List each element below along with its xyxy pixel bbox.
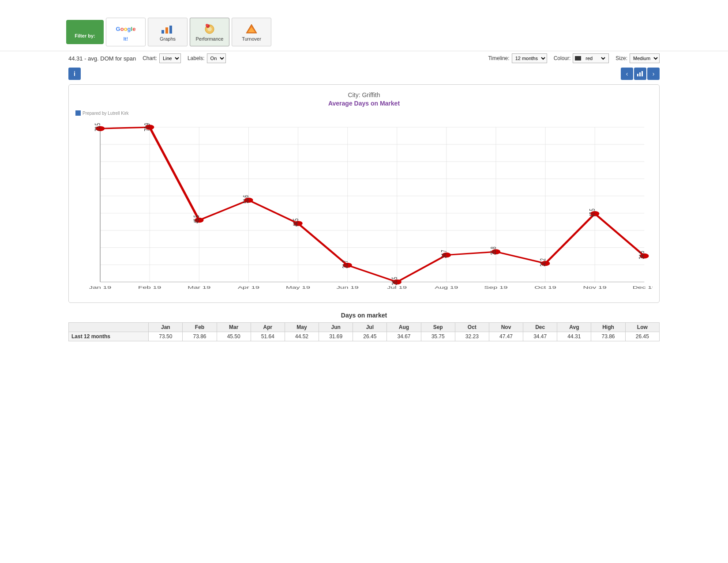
svg-rect-1	[165, 27, 168, 34]
chart-title: City: Griffith	[75, 91, 653, 98]
col-header-oct: Oct	[455, 323, 489, 332]
svg-rect-0	[161, 30, 164, 34]
timeline-controls: Timeline: 12 months 6 months 24 months C…	[488, 53, 660, 63]
chart-line	[100, 127, 644, 282]
table-title: Days on market	[68, 312, 660, 319]
svg-rect-10	[637, 74, 638, 76]
cell-jul: 26.45	[353, 332, 387, 341]
data-table: Jan Feb Mar Apr May Jun Jul Aug Sep Oct …	[68, 322, 660, 341]
table-header-row: Jan Feb Mar Apr May Jun Jul Aug Sep Oct …	[69, 323, 660, 332]
colour-label: Colour:	[554, 55, 571, 61]
toolbar: Filter by: Google It! Graphs	[0, 13, 728, 51]
col-header-may: May	[285, 323, 319, 332]
cell-low: 26.45	[625, 332, 659, 341]
cell-nov: 47.47	[489, 332, 523, 341]
cell-mar: 45.50	[217, 332, 251, 341]
performance-button[interactable]: Performance	[190, 18, 229, 46]
svg-text:73.5: 73.5	[94, 123, 101, 131]
controls-row: 44.31 - avg. DOM for span Chart: Line Ba…	[0, 51, 728, 65]
turnover-icon	[244, 23, 259, 35]
cell-oct: 32.23	[455, 332, 489, 341]
colour-group: Colour: red blue green	[554, 53, 609, 63]
line-chart-svg: 73.5 73.9 45.5 51.6 44.5 31.7 26.5 34.7 …	[75, 118, 653, 295]
cell-jun: 31.69	[319, 332, 353, 341]
col-header-jun: Jun	[319, 323, 353, 332]
nav-buttons: ‹ ›	[621, 68, 660, 80]
cell-apr: 51.64	[251, 332, 285, 341]
labels-select[interactable]: On Off	[207, 53, 226, 63]
graphs-icon	[160, 23, 176, 35]
svg-text:Oct 19: Oct 19	[534, 285, 556, 290]
chart-select[interactable]: Line Bar	[159, 53, 181, 63]
col-header-high: High	[591, 323, 625, 332]
svg-text:Nov 19: Nov 19	[583, 285, 607, 290]
cell-dec: 34.47	[523, 332, 557, 341]
svg-text:Mar 19: Mar 19	[188, 285, 210, 290]
turnover-button[interactable]: Turnover	[232, 18, 271, 46]
cell-jan: 73.50	[149, 332, 183, 341]
colour-select[interactable]: red blue green	[582, 54, 607, 63]
labels-control: Labels: On Off	[188, 53, 226, 63]
size-group: Size: Medium Small Large	[615, 53, 660, 63]
filter-label: Filter by:	[75, 33, 95, 38]
svg-text:32.2: 32.2	[539, 258, 547, 266]
labels-label: Labels:	[188, 55, 205, 61]
cell-may: 44.52	[285, 332, 319, 341]
chart-control: Chart: Line Bar	[143, 53, 181, 63]
svg-text:31.7: 31.7	[341, 260, 349, 268]
turnover-label: Turnover	[242, 36, 261, 42]
svg-text:Feb 19: Feb 19	[138, 285, 161, 290]
svg-rect-11	[639, 72, 641, 76]
filter-button[interactable]: Filter by:	[66, 20, 104, 44]
cell-feb: 73.86	[183, 332, 217, 341]
svg-text:44.5: 44.5	[292, 219, 300, 227]
svg-text:May 19: May 19	[286, 285, 310, 290]
svg-text:34.7: 34.7	[440, 250, 448, 258]
svg-text:26.5: 26.5	[390, 277, 398, 285]
timeline-label: Timeline:	[488, 55, 509, 61]
performance-label: Performance	[196, 36, 224, 42]
google-it-label: It!	[124, 36, 128, 42]
graphs-label: Graphs	[160, 36, 176, 42]
col-header-jul: Jul	[353, 323, 387, 332]
svg-text:34.5: 34.5	[638, 251, 646, 259]
chart-subtitle: Average Days on Market	[75, 100, 653, 107]
col-header-dec: Dec	[523, 323, 557, 332]
svg-text:Jun 19: Jun 19	[336, 285, 358, 290]
svg-text:35.8: 35.8	[489, 247, 497, 255]
svg-rect-12	[642, 71, 643, 76]
timeline-group: Timeline: 12 months 6 months 24 months	[488, 53, 547, 63]
info-button[interactable]: i	[68, 68, 81, 80]
svg-text:Jul 19: Jul 19	[387, 285, 407, 290]
svg-text:51.6: 51.6	[242, 195, 250, 203]
graphs-button[interactable]: Graphs	[148, 18, 188, 46]
svg-rect-2	[169, 26, 172, 34]
table-row: Last 12 months 73.50 73.86 45.50 51.64 4…	[69, 332, 660, 341]
cell-aug: 34.67	[387, 332, 421, 341]
google-icon: Google	[118, 23, 134, 35]
chart-view-button[interactable]	[634, 68, 646, 80]
next-button[interactable]: ›	[647, 68, 660, 80]
timeline-select[interactable]: 12 months 6 months 24 months	[512, 53, 547, 63]
cell-sep: 35.75	[421, 332, 455, 341]
col-header-apr: Apr	[251, 323, 285, 332]
prev-button[interactable]: ‹	[621, 68, 633, 80]
chart-container: City: Griffith Average Days on Market Pr…	[68, 84, 660, 303]
svg-text:Apr 19: Apr 19	[238, 285, 259, 290]
watermark-text: Prepared by Lutrell Kirk	[83, 111, 129, 116]
avg-text: 44.31 - avg. DOM for span	[68, 55, 136, 62]
col-header-avg: Avg	[557, 323, 591, 332]
svg-text:47.5: 47.5	[588, 209, 596, 217]
svg-text:Sep 19: Sep 19	[484, 285, 507, 290]
svg-text:Jan 19: Jan 19	[89, 285, 111, 290]
svg-text:45.5: 45.5	[192, 215, 200, 223]
col-header-aug: Aug	[387, 323, 421, 332]
performance-icon	[202, 23, 218, 35]
col-header-mar: Mar	[217, 323, 251, 332]
size-select[interactable]: Medium Small Large	[630, 53, 660, 63]
info-nav-row: i ‹ ›	[0, 65, 728, 82]
chart-watermark: Prepared by Lutrell Kirk	[75, 110, 653, 116]
table-section: Days on market Jan Feb Mar Apr May Jun J…	[68, 312, 660, 341]
google-it-button[interactable]: Google It!	[106, 18, 146, 46]
col-header-jan: Jan	[149, 323, 183, 332]
